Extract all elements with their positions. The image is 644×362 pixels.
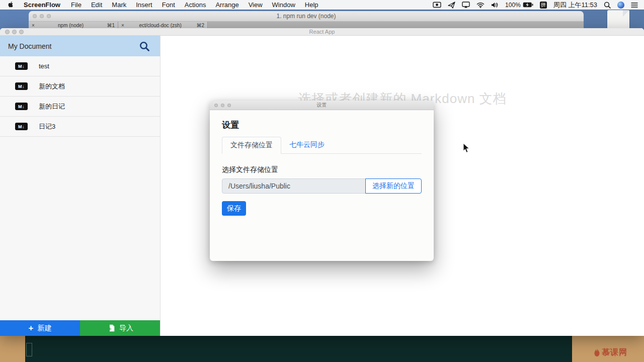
battery-charging-icon [523, 2, 533, 8]
paper-plane-icon[interactable] [448, 2, 455, 9]
dialog-close-button[interactable] [214, 104, 218, 107]
storage-path-input[interactable] [222, 178, 366, 194]
markdown-file-icon: M↓ [15, 62, 28, 70]
terminal-minimize-button[interactable] [40, 14, 44, 18]
dialog-titlebar: 设置 [210, 101, 434, 110]
terminal-tab-label: npm (node) [38, 23, 104, 28]
tab-file-location[interactable]: 文件存储位置 [222, 137, 281, 154]
terminal-tab-shortcut: ⌘2 [196, 23, 204, 28]
notification-center-icon[interactable] [631, 2, 638, 8]
settings-dialog: 设置 设置 文件存储位置 七牛云同步 选择文件存储位置 选择新的位置 保存 [210, 101, 434, 261]
watermark-text: 慕课网 [602, 347, 627, 358]
app-zoom-button[interactable] [19, 30, 24, 34]
terminal-window-title: 1. npm run dev (node) [29, 13, 584, 20]
battery-percent-label: 100% [505, 2, 521, 9]
new-file-button[interactable]: + 新建 [0, 320, 80, 336]
app-minimize-button[interactable] [12, 30, 17, 34]
save-button[interactable]: 保存 [222, 201, 246, 216]
markdown-file-icon: M↓ [15, 82, 28, 90]
menu-item-insert[interactable]: Insert [136, 1, 152, 9]
markdown-file-icon: M↓ [15, 123, 28, 130]
menu-item-mark[interactable]: Mark [112, 1, 126, 9]
app-window-title: React App [0, 29, 644, 35]
menu-item-file[interactable]: File [71, 1, 82, 9]
new-file-label: 新建 [37, 324, 51, 333]
dialog-tabs: 文件存储位置 七牛云同步 [222, 137, 422, 154]
file-name: 新的文档 [39, 82, 65, 91]
import-icon [107, 324, 115, 332]
terminal-titlebar: 1. npm run dev (node) [29, 11, 584, 22]
screen-record-icon[interactable] [433, 2, 441, 8]
airplay-display-icon[interactable] [462, 2, 470, 8]
spotlight-search-icon[interactable] [604, 2, 611, 9]
menu-bar: ScreenFlow File Edit Mark Insert Font Ac… [0, 0, 644, 10]
imooc-watermark: 慕课网 [594, 347, 627, 358]
volume-icon[interactable] [491, 2, 499, 8]
import-file-button[interactable]: 导入 [80, 320, 160, 336]
terminal-tab-bar: × npm (node) ⌘1 × ect/cloud-doc (zsh) ⌘2 [29, 22, 584, 29]
choose-new-location-button[interactable]: 选择新的位置 [365, 178, 422, 194]
file-row-new-diary[interactable]: M↓ 新的日记 [0, 97, 160, 117]
search-icon[interactable] [139, 41, 150, 52]
dialog-heading: 设置 [222, 119, 422, 131]
siri-icon[interactable] [617, 2, 624, 9]
sidebar-header-title: My Document [8, 42, 139, 50]
import-label: 导入 [119, 324, 133, 333]
menu-item-actions[interactable]: Actions [185, 1, 206, 9]
file-row-diary3[interactable]: M↓ 日记3 [0, 117, 160, 137]
file-row-test[interactable]: M↓ test [0, 56, 160, 76]
battery-status[interactable]: 100% [505, 2, 533, 9]
terminal-tab-label: ect/cloud-doc (zsh) [127, 23, 194, 28]
dialog-window-title: 设置 [210, 102, 434, 109]
menu-item-font[interactable]: Font [162, 1, 175, 9]
wifi-icon[interactable] [476, 2, 485, 8]
sidebar: My Document M↓ test M↓ 新的文档 M↓ 新的日记 M↓ 日… [0, 36, 160, 336]
terminal-tab-npm[interactable]: × npm (node) ⌘1 [29, 22, 118, 29]
terminal-close-button[interactable] [33, 14, 37, 18]
dialog-minimize-button[interactable] [221, 104, 224, 107]
menubar-clock[interactable]: 周四 上午11:53 [553, 1, 597, 10]
plus-icon: + [29, 324, 34, 332]
terminal-tab-shortcut: ⌘1 [107, 23, 115, 28]
menu-item-window[interactable]: Window [272, 1, 295, 9]
flame-icon [594, 348, 600, 357]
tab-close-icon[interactable]: × [32, 23, 35, 28]
menu-item-help[interactable]: Help [305, 1, 318, 9]
sidebar-header: My Document [0, 36, 160, 56]
file-name: test [39, 62, 49, 70]
terminal-content-strip [25, 336, 572, 362]
terminal-zoom-button[interactable] [47, 14, 51, 18]
terminal-tab-zsh[interactable]: × ect/cloud-doc (zsh) ⌘2 [118, 22, 208, 29]
file-name: 日记3 [39, 122, 55, 131]
input-method-icon[interactable]: 拼 [540, 2, 547, 9]
app-titlebar: React App [0, 28, 644, 36]
menu-item-view[interactable]: View [249, 1, 263, 9]
file-row-new-doc[interactable]: M↓ 新的文档 [0, 76, 160, 97]
markdown-file-icon: M↓ [15, 103, 28, 110]
sidebar-empty-area [0, 137, 160, 320]
file-name: 新的日记 [39, 102, 65, 111]
apple-menu-icon[interactable] [7, 1, 14, 9]
terminal-cursor-block [26, 343, 32, 356]
tab-close-icon[interactable]: × [121, 23, 124, 28]
dialog-zoom-button[interactable] [227, 104, 231, 107]
menu-app-name[interactable]: ScreenFlow [24, 1, 60, 9]
tab-qiniu-sync[interactable]: 七牛云同步 [281, 137, 333, 153]
app-close-button[interactable] [5, 30, 10, 34]
menu-item-arrange[interactable]: Arrange [215, 1, 238, 9]
menu-item-edit[interactable]: Edit [91, 1, 102, 9]
storage-location-label: 选择文件存储位置 [222, 165, 422, 174]
